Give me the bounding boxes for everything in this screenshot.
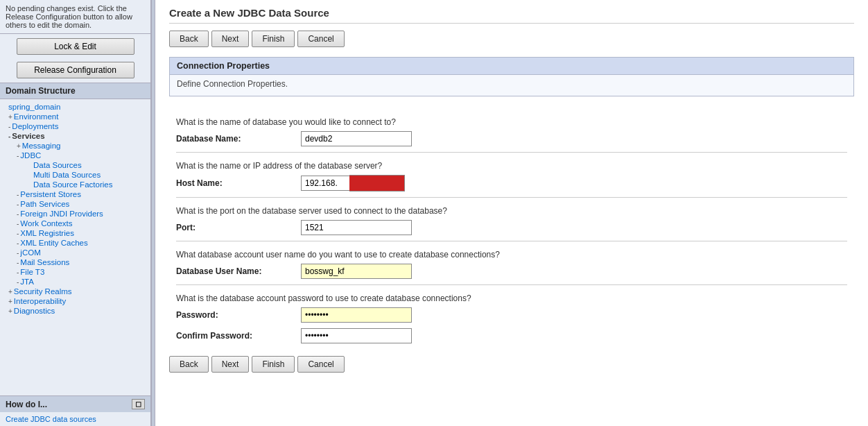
section-sub: Define Connection Properties. <box>170 75 853 96</box>
how-do-i-label: How do I... <box>6 400 47 409</box>
back-button-bottom[interactable]: Back <box>169 356 209 373</box>
tree-item-label: JDBC <box>20 151 41 160</box>
tree-item-label: Environment <box>14 112 59 121</box>
expander-icon: - <box>17 210 19 218</box>
tree-item-label: Interoperability <box>14 297 66 305</box>
expander-icon: - <box>17 249 19 257</box>
cancel-button-bottom[interactable]: Cancel <box>297 356 344 373</box>
expander-icon: + <box>8 307 12 315</box>
bottom-toolbar: Back Next Finish Cancel <box>169 356 854 373</box>
expander-icon: + <box>8 298 12 305</box>
db-name-row: Database Name: <box>176 131 847 146</box>
sidebar-item-jta[interactable]: -JTA <box>0 277 150 287</box>
tree-item-label: Path Services <box>20 200 69 208</box>
sidebar-item-xml-registries[interactable]: -XML Registries <box>0 228 150 238</box>
how-do-i-section: How do I... ◻ <box>0 395 150 412</box>
expander-icon: - <box>8 133 10 140</box>
next-button-top[interactable]: Next <box>211 31 250 47</box>
cancel-button-top[interactable]: Cancel <box>297 31 344 47</box>
db-user-row: Database User Name: <box>176 264 847 279</box>
password-row: Password: <box>176 307 847 323</box>
q1-text: What is the name of database you would l… <box>176 117 847 127</box>
tree-item-label: Messaging <box>22 142 61 150</box>
tree-item-label: Deployments <box>12 122 58 130</box>
sidebar-item-services: -Services <box>0 131 150 141</box>
tree-item-label: Diagnostics <box>14 307 55 315</box>
expander-icon: - <box>17 191 19 198</box>
top-toolbar: Back Next Finish Cancel <box>169 31 854 47</box>
sidebar-item-interoperability[interactable]: +Interoperability <box>0 296 150 306</box>
sidebar-item-foreign-jndi-providers[interactable]: -Foreign JNDI Providers <box>0 209 150 219</box>
sidebar-item-environment[interactable]: +Environment <box>0 112 150 121</box>
sidebar-item-deployments[interactable]: -Deployments <box>0 121 150 131</box>
lock-edit-button[interactable]: Lock & Edit <box>17 38 134 55</box>
tree-item-label: Data Source Factories <box>33 180 112 189</box>
how-do-i-collapse-icon[interactable]: ◻ <box>132 399 145 409</box>
connection-properties-section: Connection Properties Define Connection … <box>169 57 854 96</box>
page-title: Create a New JDBC Data Source <box>169 7 854 24</box>
sidebar-message: No pending changes exist. Click the Rele… <box>0 0 150 34</box>
tree-item-label: Mail Sessions <box>20 258 69 266</box>
expander-icon: - <box>17 220 19 228</box>
tree-item-label: jCOM <box>20 248 40 257</box>
sidebar-item-work-contexts[interactable]: -Work Contexts <box>0 219 150 228</box>
tree-item-label: File T3 <box>20 268 44 276</box>
sidebar-item-multi-data-sources[interactable]: Multi Data Sources <box>0 170 150 180</box>
expander-icon: + <box>17 142 21 150</box>
tree-item-label: XML Registries <box>20 229 74 237</box>
q4-text: What database account user name do you w… <box>176 250 847 259</box>
db-name-input[interactable] <box>301 131 412 146</box>
main-content: Create a New JDBC Data Source Back Next … <box>155 0 868 426</box>
domain-tree: spring_domain+Environment-Deployments-Se… <box>0 99 150 318</box>
expander-icon: - <box>8 123 10 130</box>
sidebar-item-mail-sessions[interactable]: -Mail Sessions <box>0 257 150 267</box>
q5-text: What is the database account password to… <box>176 293 847 303</box>
finish-button-top[interactable]: Finish <box>252 31 295 47</box>
sidebar-item-diagnostics[interactable]: +Diagnostics <box>0 306 150 316</box>
host-prefix-input[interactable] <box>301 176 349 191</box>
sidebar-item-path-services[interactable]: -Path Services <box>0 199 150 209</box>
port-input[interactable] <box>301 220 412 235</box>
confirm-password-label: Confirm Password: <box>176 331 301 341</box>
sidebar: No pending changes exist. Click the Rele… <box>0 0 151 426</box>
tree-item-label: Multi Data Sources <box>33 171 101 179</box>
tree-item-label: Services <box>12 132 44 140</box>
tree-item-label: JTA <box>20 278 34 286</box>
tree-item-label: Work Contexts <box>20 219 72 228</box>
sidebar-item-xml-entity-caches[interactable]: -XML Entity Caches <box>0 238 150 248</box>
sidebar-item-spring_domain[interactable]: spring_domain <box>0 102 150 112</box>
sidebar-item-data-source-factories[interactable]: Data Source Factories <box>0 180 150 189</box>
sidebar-item-persistent-stores[interactable]: -Persistent Stores <box>0 189 150 199</box>
password-input[interactable] <box>301 307 412 323</box>
sidebar-item-messaging[interactable]: +Messaging <box>0 141 150 151</box>
next-button-bottom[interactable]: Next <box>211 356 250 373</box>
confirm-password-input[interactable] <box>301 328 412 343</box>
expander-icon: - <box>17 230 19 237</box>
host-name-row: Host Name: <box>176 175 847 191</box>
port-label: Port: <box>176 223 301 232</box>
form-area: What is the name of database you would l… <box>169 106 854 356</box>
expander-icon: - <box>17 201 19 208</box>
confirm-password-row: Confirm Password: <box>176 328 847 343</box>
host-redact-cover <box>349 175 405 191</box>
sidebar-item-jdbc[interactable]: -JDBC <box>0 151 150 160</box>
tree-item-label: Security Realms <box>14 287 72 296</box>
db-name-label: Database Name: <box>176 134 301 144</box>
tree-item-label: Foreign JNDI Providers <box>20 210 103 218</box>
sidebar-item-security-realms[interactable]: +Security Realms <box>0 287 150 296</box>
port-row: Port: <box>176 220 847 235</box>
db-user-input[interactable] <box>301 264 412 279</box>
section-header: Connection Properties <box>170 58 853 75</box>
how-do-i-link[interactable]: Create JDBC data sources <box>0 412 150 426</box>
expander-icon: - <box>17 269 19 276</box>
sidebar-item-data-sources[interactable]: Data Sources <box>0 160 150 170</box>
host-input-wrap <box>301 175 405 191</box>
sidebar-item-jcom[interactable]: -jCOM <box>0 248 150 257</box>
password-label: Password: <box>176 310 301 320</box>
back-button-top[interactable]: Back <box>169 31 209 47</box>
release-configuration-button[interactable]: Release Configuration <box>17 62 134 78</box>
tree-item-label: Persistent Stores <box>20 190 81 198</box>
domain-structure-header: Domain Structure <box>0 83 150 99</box>
finish-button-bottom[interactable]: Finish <box>252 356 295 373</box>
sidebar-item-file-t3[interactable]: -File T3 <box>0 267 150 277</box>
